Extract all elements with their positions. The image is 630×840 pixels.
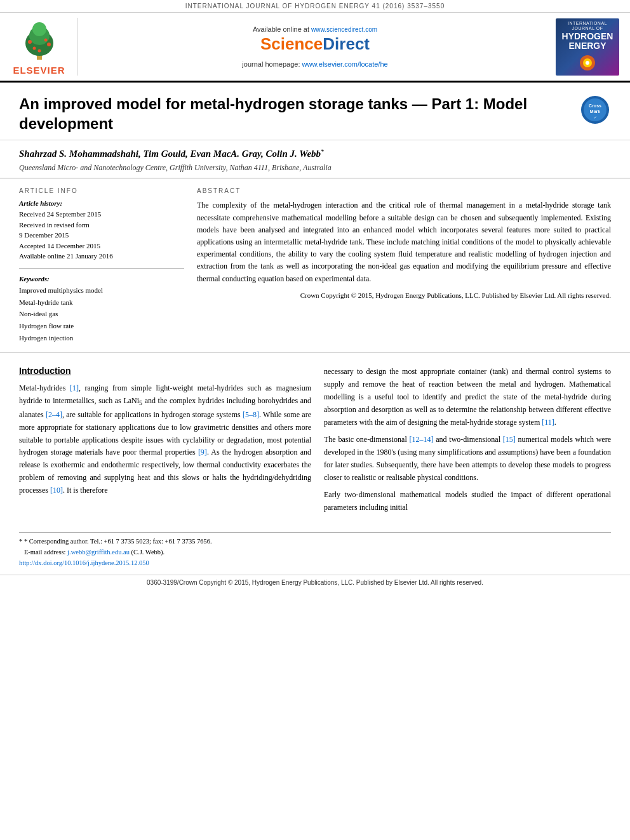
hydrogen-energy-badge: International Journal of HYDROGENENERGY bbox=[556, 18, 619, 76]
footnote-email-name: (C.J. Webb). bbox=[131, 549, 165, 556]
sciencedirect-url[interactable]: www.sciencedirect.com bbox=[311, 26, 377, 33]
article-history-block: Article history: Received 24 September 2… bbox=[19, 199, 184, 262]
footnote-email-line: E-mail address: j.webb@griffith.edu.au (… bbox=[19, 547, 611, 558]
authors-section: Shahrzad S. Mohammadshahi, Tim Gould, Ev… bbox=[0, 140, 630, 178]
article-info-heading: Article Info bbox=[19, 187, 184, 194]
author-shahrzad: Shahrzad S. Mohammadshahi, bbox=[19, 149, 144, 159]
abstract-heading: Abstract bbox=[197, 187, 611, 194]
article-info-column: Article Info Article history: Received 2… bbox=[19, 187, 184, 343]
copyright-text: Crown Copyright © 2015, Hydrogen Energy … bbox=[197, 290, 611, 301]
elsevier-tree-icon bbox=[14, 18, 65, 62]
crossmark-icon: Cross Mark ✓ bbox=[580, 95, 610, 125]
ref-10[interactable]: [10] bbox=[50, 486, 63, 495]
revised-date: 9 December 2015 bbox=[19, 230, 184, 241]
sciencedirect-logo: ScienceDirect bbox=[260, 34, 370, 54]
introduction-heading: Introduction bbox=[19, 366, 311, 376]
journal-homepage-url[interactable]: www.elsevier.com/locate/he bbox=[302, 60, 388, 68]
available-online-text: Available online at www.sciencedirect.co… bbox=[253, 25, 377, 33]
ref-2-4[interactable]: [2–4] bbox=[46, 410, 62, 419]
svg-text:✓: ✓ bbox=[594, 116, 597, 119]
info-divider bbox=[19, 268, 184, 269]
paper-title-section: An improved model for metal-hydrogen sto… bbox=[0, 83, 630, 140]
footer-text: 0360-3199/Crown Copyright © 2015, Hydrog… bbox=[147, 579, 483, 586]
article-info-abstract-section: Article Info Article history: Received 2… bbox=[0, 178, 630, 353]
svg-point-6 bbox=[32, 47, 36, 50]
journal-citation-strip: International Journal of Hydrogen Energy… bbox=[0, 0, 630, 13]
footnote-corresponding-text: * Corresponding author. Tel.: +61 7 3735… bbox=[24, 538, 212, 545]
ref-12-14[interactable]: [12–14] bbox=[410, 435, 434, 444]
keywords-label: Keywords: bbox=[19, 275, 184, 283]
badge-title: International Journal of bbox=[559, 21, 616, 32]
svg-point-11 bbox=[586, 61, 589, 65]
intro-right-column: necessary to design the most appropriate… bbox=[324, 366, 611, 519]
keyword-5: Hydrogen injection bbox=[19, 332, 184, 344]
journal-homepage-text: journal homepage: www.elsevier.com/locat… bbox=[242, 60, 387, 68]
footnote-corresponding: * * Corresponding author. Tel.: +61 7 37… bbox=[19, 537, 611, 547]
intro-left-column: Introduction Metal-hydrides [1], ranging… bbox=[19, 366, 311, 519]
elsevier-logo-box: ELSEVIER bbox=[8, 18, 77, 76]
svg-text:Cross: Cross bbox=[589, 103, 601, 108]
journal-header: ELSEVIER Available online at www.science… bbox=[0, 13, 630, 83]
received-revised-label: Received in revised form bbox=[19, 220, 184, 230]
svg-point-4 bbox=[28, 40, 32, 44]
affiliation-line: Queensland Micro- and Nanotechnology Cen… bbox=[19, 163, 611, 173]
bottom-footer: 0360-3199/Crown Copyright © 2015, Hydrog… bbox=[0, 575, 630, 590]
main-content: Introduction Metal-hydrides [1], ranging… bbox=[0, 353, 630, 532]
badge-main: HYDROGENENERGY bbox=[562, 32, 613, 51]
ref-5-8[interactable]: [5–8] bbox=[243, 410, 259, 419]
ref-15[interactable]: [15] bbox=[503, 435, 516, 444]
email-label: E-mail address: bbox=[24, 549, 66, 556]
intro-paragraph-1: Metal-hydrides [1], ranging from simple … bbox=[19, 382, 311, 497]
doi-link[interactable]: http://dx.doi.org/10.1016/j.ijhydene.201… bbox=[19, 559, 149, 566]
author-evan: Evan MacA. Gray, bbox=[191, 149, 266, 159]
received-date: Received 24 September 2015 bbox=[19, 209, 184, 220]
accepted-date: Accepted 14 December 2015 bbox=[19, 241, 184, 251]
available-online-date: Available online 21 January 2016 bbox=[19, 251, 184, 262]
article-history-label: Article history: bbox=[19, 199, 184, 207]
ref-1[interactable]: [1] bbox=[70, 383, 79, 392]
svg-point-8 bbox=[37, 50, 41, 53]
crossmark-badge: Cross Mark ✓ bbox=[579, 94, 611, 126]
keywords-block: Keywords: Improved multiphysics model Me… bbox=[19, 275, 184, 343]
intro-paragraph-2: necessary to design the most appropriate… bbox=[324, 366, 611, 514]
svg-point-5 bbox=[47, 43, 51, 46]
footnote-star: * bbox=[19, 538, 24, 545]
author-tim: Tim Gould, bbox=[144, 149, 191, 159]
abstract-column: Abstract The complexity of the metal-hyd… bbox=[197, 187, 611, 343]
center-header: Available online at www.sciencedirect.co… bbox=[84, 18, 546, 76]
authors-line: Shahrzad S. Mohammadshahi, Tim Gould, Ev… bbox=[19, 148, 611, 159]
right-journal-badge: International Journal of HYDROGENENERGY bbox=[553, 18, 622, 76]
abstract-text: The complexity of the metal-hydrogen int… bbox=[197, 199, 611, 284]
keyword-4: Hydrogen flow rate bbox=[19, 320, 184, 332]
ref-11[interactable]: [11] bbox=[542, 418, 554, 427]
keyword-2: Metal-hydride tank bbox=[19, 297, 184, 309]
svg-text:Mark: Mark bbox=[590, 109, 600, 114]
author-colin: Colin J. Webb* bbox=[266, 149, 324, 159]
footnote-doi: http://dx.doi.org/10.1016/j.ijhydene.201… bbox=[19, 558, 611, 569]
svg-point-3 bbox=[32, 22, 46, 36]
elsevier-wordmark: ELSEVIER bbox=[13, 65, 65, 76]
badge-icon bbox=[578, 53, 597, 72]
journal-citation: International Journal of Hydrogen Energy… bbox=[185, 3, 445, 10]
keyword-1: Improved multiphysics model bbox=[19, 284, 184, 297]
footnote-email-link[interactable]: j.webb@griffith.edu.au bbox=[67, 549, 130, 556]
paper-title: An improved model for metal-hydrogen sto… bbox=[19, 94, 579, 133]
keyword-3: Non-ideal gas bbox=[19, 308, 184, 320]
svg-point-7 bbox=[44, 39, 47, 42]
ref-9[interactable]: [9] bbox=[198, 448, 207, 457]
footnote-section: * * Corresponding author. Tel.: +61 7 37… bbox=[19, 532, 611, 568]
